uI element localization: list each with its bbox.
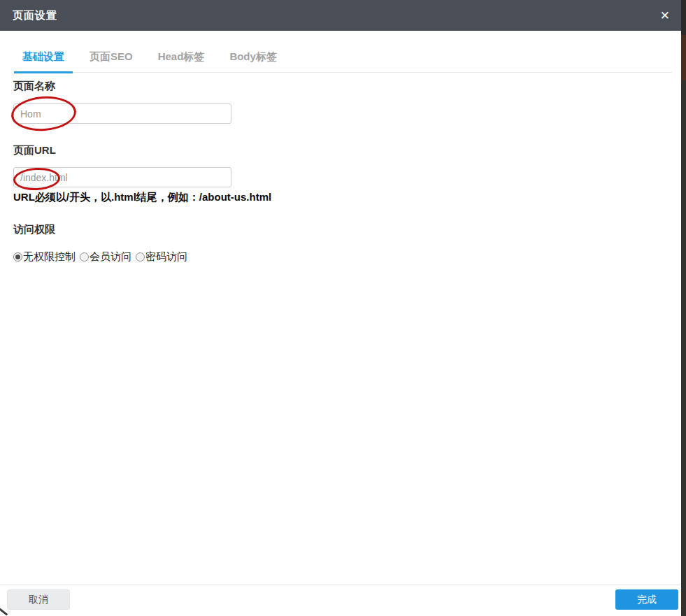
close-icon[interactable]: ✕	[660, 0, 670, 31]
tab-head-tags[interactable]: Head标签	[150, 46, 213, 72]
radio-label: 无权限控制	[23, 250, 76, 264]
radio-unselected-icon[interactable]	[136, 252, 145, 262]
background-app-edge	[681, 0, 686, 616]
radio-label: 会员访问	[90, 250, 131, 264]
url-format-hint: URL必须以/开头，以.html结尾，例如：/about-us.html	[13, 191, 271, 204]
dialog-title: 页面设置	[13, 9, 57, 22]
radio-option-member-access[interactable]: 会员访问	[80, 250, 131, 264]
radio-unselected-icon[interactable]	[80, 252, 89, 262]
tab-basic-settings[interactable]: 基础设置	[14, 46, 73, 73]
footer-divider	[0, 585, 681, 585]
dialog-header: 页面设置 ✕	[0, 0, 681, 31]
page-name-label: 页面名称	[13, 80, 55, 93]
page-name-input[interactable]	[13, 103, 231, 124]
radio-option-password-access[interactable]: 密码访问	[136, 250, 187, 264]
done-button[interactable]: 完成	[615, 589, 678, 610]
tab-bar: 基础设置 页面SEO Head标签 Body标签	[14, 46, 672, 73]
background-app-edge-grey	[681, 80, 686, 616]
radio-option-no-permission[interactable]: 无权限控制	[13, 250, 76, 264]
cancel-button[interactable]: 取消	[7, 589, 70, 610]
tab-page-seo[interactable]: 页面SEO	[81, 46, 141, 72]
background-app-edge-brown	[681, 35, 686, 80]
access-permission-options: 无权限控制 会员访问 密码访问	[13, 250, 187, 264]
radio-selected-icon[interactable]	[13, 252, 22, 262]
radio-label: 密码访问	[145, 250, 187, 264]
page-url-label: 页面URL	[13, 144, 56, 157]
tab-body-tags[interactable]: Body标签	[221, 46, 285, 72]
page-url-input[interactable]	[13, 167, 231, 187]
access-permission-label: 访问权限	[13, 223, 55, 236]
